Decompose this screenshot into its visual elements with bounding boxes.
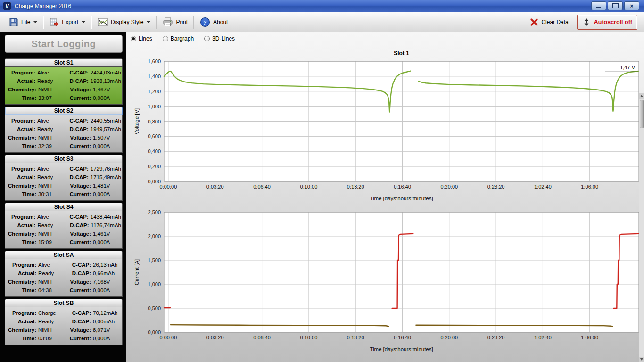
chemistry-value: NiMH <box>36 85 62 94</box>
close-button[interactable]: × <box>624 1 639 10</box>
svg-text:0:20:00: 0:20:00 <box>440 184 458 189</box>
slot-title: Slot SA <box>54 252 74 258</box>
slot-row: Time: 32:39 Current: 0,000A <box>5 142 121 150</box>
print-button[interactable]: Print <box>158 15 191 30</box>
slot-body: Program: Alive C-CAP: 2424,03mAh Actual:… <box>5 67 123 105</box>
voltage-value: 1,481V <box>91 181 121 190</box>
svg-text:1,000: 1,000 <box>148 104 161 109</box>
toolbar-separator <box>43 16 43 29</box>
chemistry-label: Chemistry: <box>5 326 36 334</box>
slot-row: Time: 30:31 Current: 0,000A <box>5 190 121 198</box>
slot-header[interactable]: Slot S4 <box>5 203 123 211</box>
svg-text:Time [days:hours:minutes]: Time [days:hours:minutes] <box>370 196 433 201</box>
slot-panel-1[interactable]: Slot S1 Program: Alive C-CAP: 2424,03mAh… <box>5 58 123 105</box>
svg-text:0:20:00: 0:20:00 <box>440 335 458 340</box>
start-logging-button[interactable]: Start Logging <box>5 35 123 53</box>
dcap-label: D-CAP: <box>60 125 89 133</box>
svg-text:0:13:20: 0:13:20 <box>347 335 364 340</box>
slot-header[interactable]: Slot S2 <box>5 107 123 115</box>
slot-row: Time: 03:09 Current: 0,000A <box>5 334 121 343</box>
slot-panel-6[interactable]: Slot SB Program: Charge C-CAP: 70,12mAh … <box>5 299 123 345</box>
slot-row: Chemistry: NiMH Voltage: 1,481V <box>5 181 121 190</box>
program-value: Alive <box>35 213 60 221</box>
radio-lines[interactable]: Lines <box>131 35 152 42</box>
about-button-label: About <box>213 19 228 25</box>
export-menu-label: Export <box>62 19 78 25</box>
slot-row: Actual: Ready D-CAP: 0,00mAh <box>5 317 121 326</box>
voltage-label: Voltage: <box>62 85 91 94</box>
actual-value: Ready <box>35 77 60 85</box>
slot-row: Program: Alive C-CAP: 26,13mAh <box>5 261 121 269</box>
svg-text:0,600: 0,600 <box>148 133 161 139</box>
dcap-label: D-CAP: <box>60 173 89 181</box>
slot-header[interactable]: Slot S1 <box>5 58 123 67</box>
clear-data-icon <box>529 17 539 27</box>
chemistry-label: Chemistry: <box>5 278 36 286</box>
voltage-label: Voltage: <box>62 326 91 334</box>
minimize-icon <box>596 7 601 8</box>
dcap-value: 1176,74mAh <box>89 221 121 230</box>
ccap-value: 1438,44mAh <box>89 213 121 221</box>
program-value: Alive <box>35 68 60 77</box>
slot-row: Time: 15:09 Current: 0,000A <box>5 238 121 247</box>
actual-label: Actual: <box>5 173 35 181</box>
chemistry-label: Chemistry: <box>5 181 36 190</box>
file-menu-label: File <box>21 19 30 25</box>
vertical-scrollbar[interactable] <box>639 93 644 362</box>
slot-body: Program: Alive C-CAP: 1729,76mAh Actual:… <box>5 163 123 201</box>
slot-header[interactable]: Slot SB <box>5 299 123 307</box>
slot-panel-2[interactable]: Slot S2 Program: Alive C-CAP: 2440,55mAh… <box>5 107 123 153</box>
voltage-value: 1,467V <box>91 85 121 94</box>
autoscroll-label: Autoscroll off <box>594 19 632 25</box>
chemistry-value: NiMH <box>36 230 62 238</box>
maximize-button[interactable] <box>608 1 623 10</box>
svg-text:0:23:20: 0:23:20 <box>487 335 505 340</box>
radio-bargraph[interactable]: Bargraph <box>163 35 194 42</box>
scrollbar-thumb[interactable] <box>640 100 644 128</box>
chemistry-value: NiMH <box>36 181 62 190</box>
slot-panel-3[interactable]: Slot S3 Program: Alive C-CAP: 1729,76mAh… <box>5 155 123 201</box>
minimize-button[interactable] <box>591 1 606 10</box>
file-menu-button[interactable]: File <box>5 15 41 30</box>
clear-data-button[interactable]: Clear Data <box>526 15 572 29</box>
slot-header[interactable]: Slot S3 <box>5 155 123 163</box>
app-icon: V <box>3 2 11 10</box>
dcap-label: D-CAP: <box>62 269 91 278</box>
time-label: Time: <box>5 334 36 343</box>
chemistry-label: Chemistry: <box>5 133 36 142</box>
radio-3d-lines[interactable]: 3D-Lines <box>204 35 235 42</box>
svg-text:0:06:40: 0:06:40 <box>253 184 271 189</box>
toolbar-separator <box>193 16 194 29</box>
toolbar: File Export Display Style Print <box>0 12 644 32</box>
window-controls: × <box>591 1 641 10</box>
slot-row: Program: Alive C-CAP: 1438,44mAh <box>5 213 121 221</box>
scroll-up-arrow[interactable] <box>639 93 644 99</box>
slot-body: Program: Alive C-CAP: 2440,55mAh Actual:… <box>5 115 123 153</box>
dcap-value: 0,00mAh <box>91 317 121 326</box>
scroll-down-arrow[interactable] <box>639 357 644 362</box>
titlebar: V Charge Manager 2016 × <box>0 0 644 12</box>
ccap-label: C-CAP: <box>62 309 91 317</box>
autoscroll-toggle-button[interactable]: Autoscroll off <box>577 15 637 30</box>
about-button[interactable]: ? About <box>196 14 231 30</box>
svg-text:Current [A]: Current [A] <box>134 259 140 286</box>
dcap-value: 1715,49mAh <box>89 173 121 181</box>
svg-text:Slot 1: Slot 1 <box>394 50 409 57</box>
export-menu-button[interactable]: Export <box>45 15 89 30</box>
slot-panel-4[interactable]: Slot S4 Program: Alive C-CAP: 1438,44mAh… <box>5 203 123 249</box>
time-label: Time: <box>5 94 36 102</box>
voltage-label: Voltage: <box>62 133 91 142</box>
current-label: Current: <box>62 142 91 150</box>
program-value: Alive <box>35 116 60 125</box>
slot-body: Program: Alive C-CAP: 26,13mAh Actual: R… <box>5 259 123 297</box>
dcap-value: 1938,13mAh <box>89 77 121 85</box>
slot-header[interactable]: Slot SA <box>5 251 123 259</box>
display-style-menu-button[interactable]: Display Style <box>93 15 154 30</box>
slot-panel-5[interactable]: Slot SA Program: Alive C-CAP: 26,13mAh A… <box>5 251 123 297</box>
slot-title: Slot S1 <box>54 59 74 66</box>
clear-data-label: Clear Data <box>541 19 568 25</box>
close-icon: × <box>630 3 633 9</box>
svg-text:1,500: 1,500 <box>148 257 161 263</box>
svg-text:0:03:20: 0:03:20 <box>206 184 224 189</box>
ccap-label: C-CAP: <box>60 116 89 125</box>
